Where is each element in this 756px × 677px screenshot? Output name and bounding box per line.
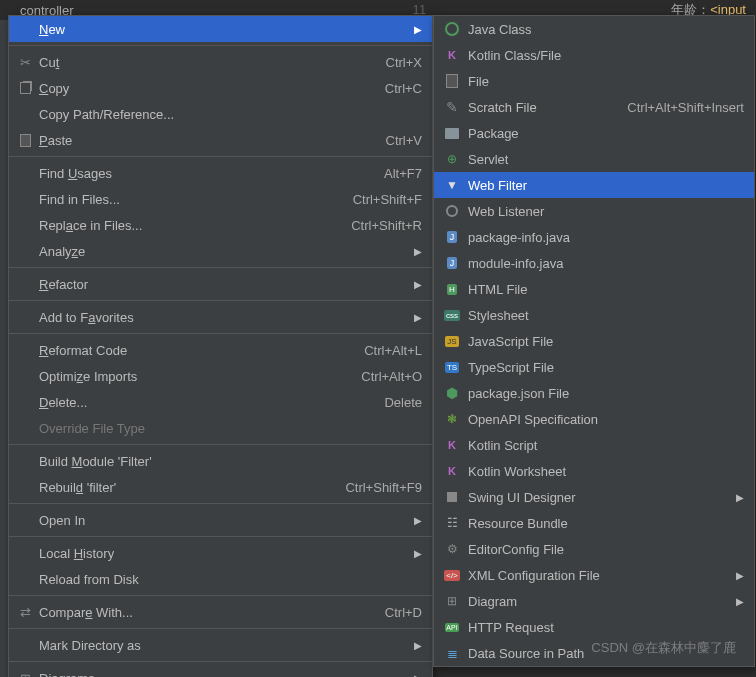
menu-item[interactable]: Copy Path/Reference... [9, 101, 432, 127]
menu-item-label: Copy [39, 81, 385, 96]
submenu-item[interactable]: ☷Resource Bundle [434, 510, 754, 536]
db-icon: ≣ [444, 645, 460, 661]
submenu-item[interactable]: ⚙EditorConfig File [434, 536, 754, 562]
submenu-item[interactable]: KKotlin Worksheet [434, 458, 754, 484]
submenu-arrow-icon: ▶ [736, 596, 744, 607]
menu-separator [9, 267, 432, 268]
submenu-item-label: Diagram [468, 594, 728, 609]
submenu-item[interactable]: TSTypeScript File [434, 354, 754, 380]
menu-item[interactable]: Find UsagesAlt+F7 [9, 160, 432, 186]
k-icon: K [444, 437, 460, 453]
submenu-item[interactable]: File [434, 68, 754, 94]
folder-icon [444, 125, 460, 141]
submenu-item-label: package-info.java [468, 230, 744, 245]
menu-item[interactable]: ⇄Compare With...Ctrl+D [9, 599, 432, 625]
menu-item[interactable]: Local History▶ [9, 540, 432, 566]
k-icon: K [444, 463, 460, 479]
menu-item[interactable]: Build Module 'Filter' [9, 448, 432, 474]
menu-item[interactable]: Open In▶ [9, 507, 432, 533]
submenu-item[interactable]: Jmodule-info.java [434, 250, 754, 276]
menu-item-label: Local History [39, 546, 406, 561]
submenu-item-label: OpenAPI Specification [468, 412, 744, 427]
submenu-item-label: Package [468, 126, 744, 141]
funnel-icon: ▼ [444, 177, 460, 193]
menu-item[interactable]: Replace in Files...Ctrl+Shift+R [9, 212, 432, 238]
j-icon: J [444, 255, 460, 271]
context-menu[interactable]: New▶✂CutCtrl+XCopyCtrl+CCopy Path/Refere… [8, 15, 433, 677]
diagram-icon: ⊞ [444, 593, 460, 609]
submenu-item-label: Kotlin Worksheet [468, 464, 744, 479]
menu-item[interactable]: Refactor▶ [9, 271, 432, 297]
menu-item[interactable]: Reload from Disk [9, 566, 432, 592]
menu-item-label: Mark Directory as [39, 638, 406, 653]
submenu-item-label: HTML File [468, 282, 744, 297]
menu-item[interactable]: ✂CutCtrl+X [9, 49, 432, 75]
openapi-icon: ❃ [444, 411, 460, 427]
submenu-item[interactable]: ⬢package.json File [434, 380, 754, 406]
menu-item[interactable]: New▶ [9, 16, 432, 42]
submenu-item[interactable]: Java Class [434, 16, 754, 42]
menu-item[interactable]: Find in Files...Ctrl+Shift+F [9, 186, 432, 212]
menu-shortcut: Delete [384, 395, 422, 410]
menu-item[interactable]: Override File Type [9, 415, 432, 441]
menu-separator [9, 300, 432, 301]
submenu-item[interactable]: KKotlin Script [434, 432, 754, 458]
menu-separator [9, 45, 432, 46]
submenu-item-label: package.json File [468, 386, 744, 401]
submenu-arrow-icon: ▶ [414, 279, 422, 290]
menu-item[interactable]: Reformat CodeCtrl+Alt+L [9, 337, 432, 363]
menu-item[interactable]: ⊞Diagrams▶ [9, 665, 432, 677]
submenu-item[interactable]: Swing UI Designer▶ [434, 484, 754, 510]
submenu-item[interactable]: KKotlin Class/File [434, 42, 754, 68]
menu-item-label: Find in Files... [39, 192, 353, 207]
submenu-item[interactable]: ❃OpenAPI Specification [434, 406, 754, 432]
css-icon: css [444, 307, 460, 323]
left-gutter [0, 20, 8, 677]
compare-icon: ⇄ [17, 604, 33, 620]
submenu-item[interactable]: Package [434, 120, 754, 146]
submenu-item-label: Java Class [468, 22, 744, 37]
submenu-item-label: Servlet [468, 152, 744, 167]
menu-shortcut: Ctrl+Shift+F [353, 192, 422, 207]
submenu-item[interactable]: ⊕Servlet [434, 146, 754, 172]
menu-item[interactable]: Optimize ImportsCtrl+Alt+O [9, 363, 432, 389]
menu-item[interactable]: Rebuild 'filter'Ctrl+Shift+F9 [9, 474, 432, 500]
submenu-item[interactable]: </>XML Configuration File▶ [434, 562, 754, 588]
menu-item-label: Optimize Imports [39, 369, 361, 384]
menu-item[interactable]: CopyCtrl+C [9, 75, 432, 101]
submenu-item[interactable]: Web Listener [434, 198, 754, 224]
submenu-arrow-icon: ▶ [414, 640, 422, 651]
submenu-item-label: Kotlin Class/File [468, 48, 744, 63]
menu-shortcut: Ctrl+Shift+R [351, 218, 422, 233]
paste-icon [17, 132, 33, 148]
submenu-item-label: Web Listener [468, 204, 744, 219]
submenu-item[interactable]: cssStylesheet [434, 302, 754, 328]
ts-icon: TS [444, 359, 460, 375]
submenu-item[interactable]: APIHTTP Request [434, 614, 754, 640]
listener-icon [444, 203, 460, 219]
menu-shortcut: Ctrl+Alt+O [361, 369, 422, 384]
menu-item[interactable]: Mark Directory as▶ [9, 632, 432, 658]
menu-item[interactable]: PasteCtrl+V [9, 127, 432, 153]
submenu-item[interactable]: ▼Web Filter [434, 172, 754, 198]
k-icon: K [444, 47, 460, 63]
menu-item[interactable]: Analyze▶ [9, 238, 432, 264]
submenu-item[interactable]: Jpackage-info.java [434, 224, 754, 250]
new-submenu[interactable]: Java ClassKKotlin Class/FileFile✎Scratch… [433, 15, 755, 667]
submenu-arrow-icon: ▶ [414, 673, 422, 678]
submenu-item[interactable]: JSJavaScript File [434, 328, 754, 354]
menu-separator [9, 536, 432, 537]
menu-item[interactable]: Delete...Delete [9, 389, 432, 415]
menu-item[interactable]: Add to Favorites▶ [9, 304, 432, 330]
submenu-item-label: JavaScript File [468, 334, 744, 349]
submenu-item[interactable]: ⊞Diagram▶ [434, 588, 754, 614]
submenu-arrow-icon: ▶ [414, 312, 422, 323]
menu-item-label: New [39, 22, 406, 37]
menu-separator [9, 444, 432, 445]
menu-item-label: Cut [39, 55, 386, 70]
submenu-item[interactable]: ✎Scratch FileCtrl+Alt+Shift+Insert [434, 94, 754, 120]
menu-item-label: Paste [39, 133, 386, 148]
scissors-icon: ✂ [17, 54, 33, 70]
submenu-item[interactable]: HHTML File [434, 276, 754, 302]
menu-separator [9, 628, 432, 629]
